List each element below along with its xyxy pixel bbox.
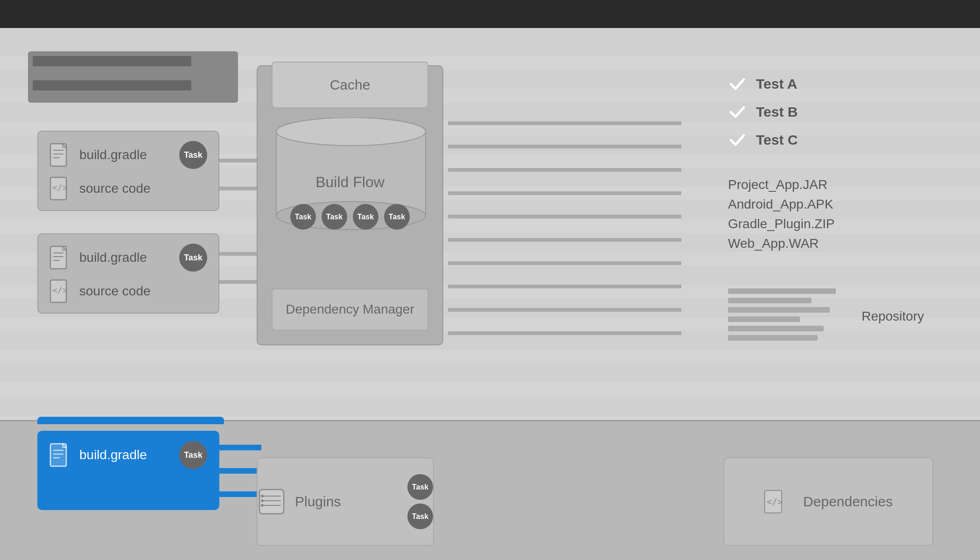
connector-r-6 (448, 238, 681, 242)
repository-icon-lines (728, 288, 847, 344)
test-item-c: Test C (728, 131, 924, 149)
source-code-label-2: source code (79, 284, 207, 299)
center-panel: Cache Build Flow Task Task Task Task (257, 65, 443, 345)
svg-point-24 (261, 499, 264, 502)
card-row-2: </> source code (49, 176, 207, 201)
connector-r-3 (448, 168, 681, 172)
dependency-manager-box: Dependency Manager (272, 288, 428, 330)
deps-code-icon: </> (764, 490, 784, 514)
task-2: Task (322, 204, 347, 230)
plugins-tasks: Task Task (407, 474, 433, 529)
card-row-4: </> source code (49, 279, 207, 303)
main-area: build.gradle Task </> source code (0, 28, 980, 560)
code-icon-2: </> (49, 279, 70, 303)
repository-label: Repository (861, 309, 924, 324)
build-gradle-label-3: build.gradle (79, 448, 179, 462)
bottom-bar: build.gradle Task Plugins (0, 420, 980, 560)
cache-box: Cache (272, 62, 428, 108)
test-label-b: Test B (756, 104, 798, 120)
plugins-label: Plugins (295, 494, 398, 510)
plugins-box: Plugins Task Task (257, 457, 434, 546)
test-item-b: Test B (728, 103, 924, 121)
check-icon-b (728, 103, 747, 121)
plugins-task-1: Task (407, 474, 433, 500)
output-jar: Project_App.JAR (728, 177, 924, 192)
tasks-row: Task Task Task Task (272, 204, 428, 230)
build-flow-label: Build Flow (272, 174, 428, 191)
database-cylinder: Build Flow Task Task Task Task (272, 118, 428, 239)
cache-label: Cache (330, 77, 371, 93)
code-icon-1: </> (49, 176, 70, 201)
blue-connector-mid (219, 468, 261, 474)
build-gradle-label-2: build.gradle (79, 250, 179, 265)
connector-r-10 (448, 331, 681, 335)
module-card-3-blue[interactable]: build.gradle Task (37, 431, 219, 510)
svg-point-25 (261, 504, 264, 507)
connector-r-4 (448, 191, 681, 195)
source-code-label-1: source code (79, 181, 207, 196)
output-list: Project_App.JAR Android_App.APK Gradle_P… (728, 177, 924, 251)
task-badge-1: Task (179, 141, 207, 169)
output-apk: Android_App.APK (728, 197, 924, 212)
connector-r-1 (448, 121, 681, 125)
plugins-icon (258, 488, 286, 516)
svg-text:</>: </> (52, 285, 68, 295)
right-panel: Test A Test B Test C Project_App.JAR And… (728, 75, 924, 344)
left-top-panel (28, 51, 238, 103)
dep-manager-label: Dependency Manager (286, 302, 414, 317)
blue-top-bar (37, 417, 224, 424)
test-label-a: Test A (756, 76, 797, 92)
test-item-a: Test A (728, 75, 924, 93)
build-gradle-label-1: build.gradle (79, 147, 179, 162)
task-badge-2: Task (179, 244, 207, 272)
svg-point-23 (261, 495, 264, 497)
document-icon-3 (49, 443, 70, 467)
module-card-2: build.gradle Task </> source code (37, 233, 219, 314)
blue-connector-top (219, 445, 261, 450)
blue-connector-bot (219, 491, 261, 497)
output-zip: Gradle_Plugin.ZIP (728, 217, 924, 231)
module-card-1: build.gradle Task </> source code (37, 131, 219, 211)
top-bar (0, 0, 980, 28)
deps-label: Dependencies (803, 494, 893, 510)
connector-r-5 (448, 215, 681, 218)
document-icon-1 (49, 143, 70, 167)
card-row-5: build.gradle Task (49, 441, 207, 469)
svg-text:</>: </> (767, 497, 783, 507)
repository-area: Repository (728, 288, 924, 344)
card-row-1: build.gradle Task (49, 141, 207, 169)
connector-r-9 (448, 308, 681, 312)
test-label-c: Test C (756, 132, 798, 148)
document-icon-2 (49, 245, 70, 270)
connector-r-8 (448, 285, 681, 288)
plugins-task-2: Task (407, 504, 433, 529)
connector-r-2 (448, 145, 681, 148)
connector-r-7 (448, 261, 681, 265)
svg-point-13 (276, 118, 426, 146)
card-row-3: build.gradle Task (49, 244, 207, 272)
task-badge-3: Task (179, 441, 207, 469)
task-4: Task (384, 204, 410, 230)
task-3: Task (353, 204, 378, 230)
task-1: Task (290, 204, 316, 230)
output-war: Web_App.WAR (728, 236, 924, 251)
svg-text:</>: </> (52, 182, 68, 192)
check-icon-a (728, 75, 747, 93)
check-icon-c (728, 131, 747, 149)
dependencies-box: </> Dependencies (723, 457, 933, 546)
